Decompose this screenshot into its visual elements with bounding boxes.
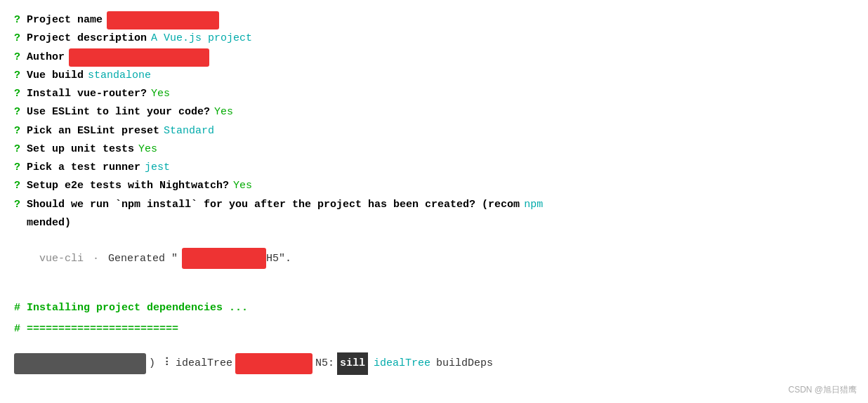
vuecli-label: vue-cli bbox=[39, 253, 84, 265]
value-e2e: Yes bbox=[233, 177, 252, 195]
line-bottom: ) ⠸ idealTree N5: sill idealTree buildDe… bbox=[14, 352, 854, 375]
line-project-desc: ? Project description A Vue.js project bbox=[14, 29, 854, 48]
line-installing: # Installing project dependencies ... bbox=[14, 298, 854, 319]
vuecli-dot: · bbox=[93, 253, 105, 265]
value-unit-tests: Yes bbox=[138, 140, 157, 159]
label-vue-router: Install vue-router? bbox=[27, 85, 147, 103]
prompt-6: ? bbox=[14, 103, 22, 121]
line-generated: vue-cli · Generated " H5". bbox=[14, 248, 854, 270]
generated-suffix: H5". bbox=[266, 253, 291, 265]
line-e2e: ? Setup e2e tests with Nightwatch? Yes bbox=[14, 177, 854, 195]
prompt-11: ? bbox=[14, 196, 22, 214]
separator-1 bbox=[14, 232, 854, 245]
separator-3 bbox=[14, 285, 854, 298]
value-test-runner: jest bbox=[145, 159, 170, 177]
line-vue-build: ? Vue build standalone bbox=[14, 67, 854, 85]
redacted-project-name bbox=[107, 11, 219, 29]
redacted-bottom-mid bbox=[235, 353, 313, 374]
label-eslint-preset: Pick an ESLint preset bbox=[27, 122, 159, 140]
separator-4 bbox=[14, 340, 854, 352]
separator-2 bbox=[14, 272, 854, 285]
value-vue-build: standalone bbox=[88, 67, 151, 85]
label-npm-install: Should we run `npm install` for you afte… bbox=[27, 196, 520, 233]
n5-text: N5: bbox=[315, 353, 334, 374]
ideal-tree-text: idealTree bbox=[374, 353, 430, 374]
line-project-name: ? Project name bbox=[14, 11, 854, 29]
build-deps-text: buildDeps bbox=[436, 353, 493, 374]
prompt-5: ? bbox=[14, 85, 22, 103]
line-vue-router: ? Install vue-router? Yes bbox=[14, 85, 854, 103]
redacted-author bbox=[69, 48, 209, 67]
value-vue-router: Yes bbox=[151, 85, 170, 103]
installing-text: # Installing project dependencies ... bbox=[14, 298, 248, 319]
label-unit-tests: Set up unit tests bbox=[27, 140, 134, 159]
prompt-3: ? bbox=[14, 48, 22, 67]
line-eslint-preset: ? Pick an ESLint preset Standard bbox=[14, 122, 854, 140]
prompt-7: ? bbox=[14, 122, 22, 140]
label-test-runner: Pick a test runner bbox=[27, 159, 140, 177]
label-e2e: Setup e2e tests with Nightwatch? bbox=[27, 177, 229, 195]
label-author: Author bbox=[27, 48, 65, 67]
equals-text: # ======================== bbox=[14, 319, 178, 340]
label-project-name: Project name bbox=[27, 11, 103, 29]
line-author: ? Author bbox=[14, 48, 854, 67]
prompt-4: ? bbox=[14, 67, 22, 85]
label-vue-build: Vue build bbox=[27, 67, 84, 85]
value-eslint-preset: Standard bbox=[164, 122, 214, 140]
generated-text: Generated " bbox=[108, 253, 178, 265]
sill-badge: sill bbox=[337, 352, 368, 375]
prompt-1: ? bbox=[14, 11, 22, 29]
label-eslint: Use ESLint to lint your code? bbox=[27, 103, 210, 121]
redacted-project-generated bbox=[182, 248, 266, 269]
line-equals: # ======================== bbox=[14, 319, 854, 340]
line-unit-tests: ? Set up unit tests Yes bbox=[14, 140, 854, 159]
prompt-8: ? bbox=[14, 140, 22, 159]
value-eslint: Yes bbox=[214, 103, 233, 121]
line-eslint: ? Use ESLint to lint your code? Yes bbox=[14, 103, 854, 121]
prompt-2: ? bbox=[14, 29, 22, 48]
prompt-10: ? bbox=[14, 177, 22, 195]
watermark: CSDN @旭日猎鹰 bbox=[788, 384, 857, 396]
label-project-desc: Project description bbox=[27, 29, 147, 48]
prompt-9: ? bbox=[14, 159, 22, 177]
line-test-runner: ? Pick a test runner jest bbox=[14, 159, 854, 177]
colon-bang: ) ⠸ idealTree bbox=[149, 353, 232, 374]
redacted-bottom-left bbox=[14, 353, 146, 374]
line-npm-install: ? Should we run `npm install` for you af… bbox=[14, 196, 854, 233]
value-npm-install: npm bbox=[524, 196, 543, 214]
value-project-desc: A Vue.js project bbox=[151, 29, 252, 48]
